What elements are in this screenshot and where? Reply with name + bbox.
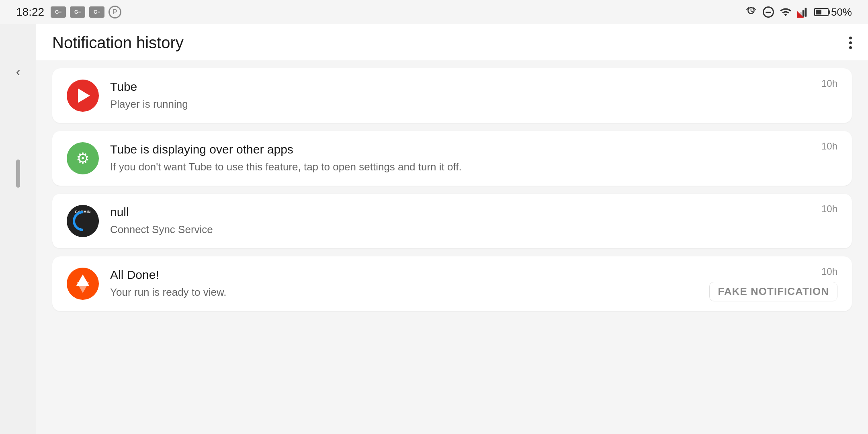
google-news-icon-3: G≡ bbox=[89, 6, 104, 18]
battery-percent: 50% bbox=[831, 6, 852, 18]
status-right-icons: 50% bbox=[745, 6, 852, 18]
main-area: ‹ Notification history Tube Player is r bbox=[0, 24, 868, 434]
notification-body-tube-overlay: If you don't want Tube to use this featu… bbox=[110, 160, 837, 174]
battery-fill bbox=[816, 10, 821, 14]
notification-time-garmin: 10h bbox=[821, 203, 837, 215]
notification-title-garmin: null bbox=[110, 205, 837, 219]
status-bar-left: 18:22 G≡ G≡ G≡ P bbox=[16, 6, 121, 18]
notification-card-strava[interactable]: All Done! Your run is ready to view. 10h… bbox=[52, 256, 852, 311]
notification-card-garmin[interactable]: GARMIN null Connect Sync Service 10h bbox=[52, 194, 852, 248]
strava-down-arrow bbox=[76, 282, 89, 293]
notification-content-garmin: null Connect Sync Service bbox=[110, 205, 837, 237]
notification-body-tube-player: Player is running bbox=[110, 97, 837, 111]
notification-title-tube-overlay: Tube is displaying over other apps bbox=[110, 143, 837, 156]
notification-time-strava: 10h bbox=[821, 266, 837, 277]
notification-time-tube-player: 10h bbox=[821, 78, 837, 89]
notification-body-garmin: Connect Sync Service bbox=[110, 222, 837, 237]
google-news-icon-2: G≡ bbox=[70, 6, 85, 18]
notification-card-tube-overlay[interactable]: ⚙ Tube is displaying over other apps If … bbox=[52, 131, 852, 186]
page-header: Notification history bbox=[36, 24, 868, 60]
more-dot-1 bbox=[849, 37, 852, 39]
battery-container: 50% bbox=[814, 6, 852, 18]
garmin-arc bbox=[69, 207, 97, 235]
parking-icon: P bbox=[108, 6, 121, 18]
strava-icon bbox=[67, 268, 99, 300]
tube-settings-icon: ⚙ bbox=[67, 142, 99, 174]
play-triangle-icon bbox=[78, 88, 90, 103]
google-news-icon-1: G≡ bbox=[51, 6, 66, 18]
notification-title-strava: All Done! bbox=[110, 268, 837, 282]
notification-card-tube-player[interactable]: Tube Player is running 10h bbox=[52, 68, 852, 123]
notification-content-tube-player: Tube Player is running bbox=[110, 80, 837, 111]
tube-player-icon bbox=[67, 80, 99, 112]
status-bar: 18:22 G≡ G≡ G≡ P bbox=[0, 0, 868, 24]
status-bar-right: 50% bbox=[745, 6, 852, 18]
notification-time-tube-overlay: 10h bbox=[821, 141, 837, 152]
status-icons: G≡ G≡ G≡ P bbox=[51, 6, 121, 18]
garmin-icon: GARMIN bbox=[67, 205, 99, 237]
notification-title-tube-player: Tube bbox=[110, 80, 837, 94]
notifications-list: Tube Player is running 10h ⚙ Tube is dis… bbox=[36, 60, 868, 434]
scroll-indicator[interactable] bbox=[16, 160, 20, 188]
more-dot-2 bbox=[849, 41, 852, 44]
more-menu-button[interactable] bbox=[849, 37, 852, 49]
battery-icon bbox=[814, 8, 829, 16]
status-time: 18:22 bbox=[16, 6, 44, 18]
dnd-icon bbox=[763, 6, 774, 18]
fake-notification-badge: FAKE NOTIFICATION bbox=[709, 282, 837, 301]
content-panel: Notification history Tube Player is runn… bbox=[36, 24, 868, 434]
page-title: Notification history bbox=[52, 34, 184, 52]
wifi-icon bbox=[780, 6, 792, 18]
back-button[interactable]: ‹ bbox=[16, 64, 20, 79]
notification-content-tube-overlay: Tube is displaying over other apps If yo… bbox=[110, 143, 837, 174]
signal-icon bbox=[797, 6, 809, 18]
more-dot-3 bbox=[849, 46, 852, 49]
strava-symbol bbox=[76, 274, 89, 293]
garmin-inner: GARMIN bbox=[67, 205, 99, 237]
alarm-icon bbox=[745, 6, 757, 18]
svg-rect-3 bbox=[805, 8, 807, 17]
gear-icon: ⚙ bbox=[76, 149, 90, 167]
svg-rect-2 bbox=[802, 10, 805, 16]
left-nav: ‹ bbox=[0, 24, 36, 434]
